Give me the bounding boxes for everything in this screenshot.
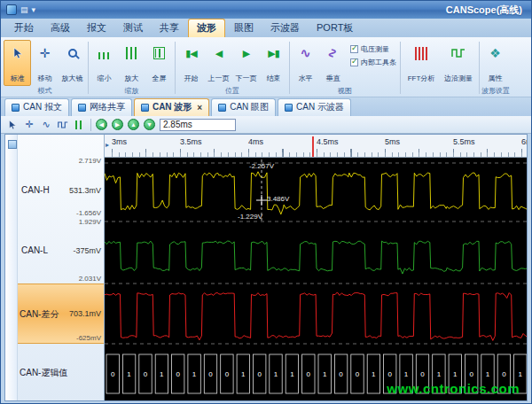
digital-wave-icon[interactable] [57, 119, 69, 131]
logic-bit-value: 1 [192, 370, 197, 378]
horizontal-button[interactable]: ∿ 水平 [292, 40, 319, 86]
ruler-red-marker[interactable] [312, 136, 314, 157]
watermark: www.cntronics.com [387, 381, 520, 396]
move-mode-button[interactable]: ✛ 移动 [31, 40, 59, 86]
crosshair-tool-icon[interactable]: ✛ [23, 119, 35, 131]
doc-tab-can-eye[interactable]: CAN 眼图 [211, 98, 276, 116]
can-h-trace [105, 172, 527, 214]
internal-toolbar-checkbox[interactable]: 内部工具条 [350, 58, 396, 67]
doc-tab-can-waveform[interactable]: CAN 波形 × [134, 98, 209, 116]
doc-tab-can-message[interactable]: CAN 报文 [4, 98, 69, 116]
scale-value: 2.719V [79, 157, 101, 165]
menu-dropdown-icon[interactable]: ▾ [32, 4, 36, 15]
logic-bit-value: 0 [420, 370, 425, 378]
checkbox-icon [350, 58, 358, 66]
document-tab-bar: CAN 报文 网络共享 CAN 波形 × CAN 眼图 CAN 示波器 [1, 97, 531, 116]
channel-label-can-logic[interactable]: CAN-逻辑值 [20, 367, 67, 379]
app-icon [6, 4, 17, 15]
button-label: 结束 [267, 74, 281, 83]
logic-bit-value: 0 [176, 370, 180, 378]
tab-port-board[interactable]: PORT板 [309, 19, 361, 37]
next-page-button[interactable]: ▶ 下一页 [232, 40, 260, 86]
voltage-measure-checkbox[interactable]: 电压测量 [350, 44, 396, 54]
can-diff-trace [105, 292, 527, 341]
logic-bit-value: 1 [404, 370, 409, 378]
cursor-time-input[interactable] [160, 119, 236, 131]
vertical-button[interactable]: ∿ 垂直 [319, 40, 347, 86]
measurement-value-3: -1.229V [238, 213, 262, 221]
doc-tab-label: CAN 示波器 [296, 101, 344, 113]
bars-tool-icon[interactable] [74, 119, 86, 131]
horizontal-wave-icon: ∿ [300, 43, 311, 63]
channel-label-can-diff[interactable]: CAN-差分 [20, 308, 59, 321]
nav-left-button[interactable]: ◀ [96, 119, 107, 130]
magnifier-icon [68, 43, 77, 63]
doc-tab-network-share[interactable]: 网络共享 [71, 98, 132, 116]
zoom-in-button[interactable]: 放大 [118, 40, 145, 86]
select-tool-icon[interactable] [6, 119, 19, 131]
group-label-waveform-settings: 波形设置 [481, 86, 510, 97]
doc-tab-can-scope[interactable]: CAN 示波器 [278, 98, 351, 116]
go-start-button[interactable]: ▮◀ 开始 [177, 40, 205, 86]
channel-label-can-h[interactable]: CAN-H [21, 185, 50, 195]
tab-message[interactable]: 报文 [79, 19, 114, 37]
tab-waveform[interactable]: 波形 [188, 19, 225, 37]
zoom-out-button[interactable]: 缩小 [90, 40, 118, 86]
logic-bit-value: 1 [437, 370, 442, 378]
doc-tab-label: CAN 波形 [153, 101, 192, 113]
properties-button[interactable]: ❖ 属性 [481, 40, 509, 86]
logic-bit-value: 0 [356, 370, 360, 378]
prev-page-button[interactable]: ◀ 上一页 [205, 40, 232, 86]
magnifier-mode-button[interactable]: 放大镜 [59, 40, 86, 86]
tab-eye-diagram[interactable]: 眼图 [226, 19, 262, 37]
go-end-icon: ▶▮ [268, 43, 279, 63]
button-label: 属性 [489, 74, 503, 83]
tab-advanced[interactable]: 高级 [43, 19, 78, 37]
fft-analysis-button[interactable]: FFT分析 [403, 40, 440, 86]
prev-page-icon: ◀ [215, 43, 222, 63]
button-label: 水平 [299, 74, 313, 83]
save-icon[interactable]: ▤ [20, 4, 28, 15]
time-tick-label: 5.5ms [453, 137, 475, 146]
logic-bit-value: 0 [208, 370, 213, 378]
tab-test[interactable]: 测试 [115, 19, 151, 37]
scale-value: 1.929V [79, 218, 101, 226]
next-page-icon: ▶ [243, 43, 249, 63]
full-screen-button[interactable]: 全屏 [145, 40, 173, 86]
ruler-cursor-icon[interactable]: ▸ [106, 141, 109, 149]
logic-bit-value: 0 [469, 370, 473, 378]
tab-oscilloscope[interactable]: 示波器 [262, 19, 308, 37]
edge-measure-button[interactable]: 边沿测量 [440, 40, 477, 86]
time-tick-label: 6m [521, 137, 527, 146]
checkbox-label: 内部工具条 [361, 58, 396, 67]
go-end-button[interactable]: ▶▮ 结束 [260, 40, 287, 86]
logic-bit-value: 1 [274, 370, 278, 378]
nav-down-button[interactable]: ▼ [144, 119, 155, 130]
waveform-display[interactable]: 01010100101101001010110101 -2.257V 3.486… [105, 158, 527, 400]
vertical-wave-icon: ∿ [325, 48, 340, 59]
time-ruler[interactable]: ▸ 3ms3.5ms4ms4.5ms5ms5.5ms6m [105, 135, 527, 158]
channel-label-can-l[interactable]: CAN-L [21, 245, 48, 255]
scale-value: -1.656V [76, 209, 101, 217]
channel-config-icon[interactable] [8, 140, 17, 149]
tab-start[interactable]: 开始 [6, 19, 42, 37]
time-tick-label: 3.5ms [180, 137, 202, 146]
document-icon [78, 104, 86, 112]
document-icon [218, 104, 226, 112]
standard-mode-button[interactable]: 标准 [4, 40, 31, 86]
ribbon-group-position: ▮◀ 开始 ◀ 上一页 ▶ 下一页 ▶▮ 结束 位置 [176, 39, 288, 97]
logic-bit-value: 0 [144, 370, 148, 378]
nav-right-button[interactable]: ▶ [112, 119, 123, 130]
channel-offset: -375mV [73, 246, 101, 255]
button-label: 上一页 [208, 74, 230, 83]
square-wave-icon [451, 43, 466, 63]
nav-up-button[interactable]: ▲ [128, 119, 139, 130]
analog-wave-icon[interactable]: ∿ [40, 119, 52, 131]
button-label: 下一页 [236, 74, 257, 83]
logic-bit-value: 1 [486, 370, 490, 378]
logic-bit-value: 1 [372, 370, 376, 378]
close-tab-button[interactable]: × [195, 103, 202, 113]
button-label: 放大镜 [62, 74, 83, 83]
properties-icon: ❖ [489, 43, 501, 63]
tab-share[interactable]: 共享 [152, 19, 187, 37]
